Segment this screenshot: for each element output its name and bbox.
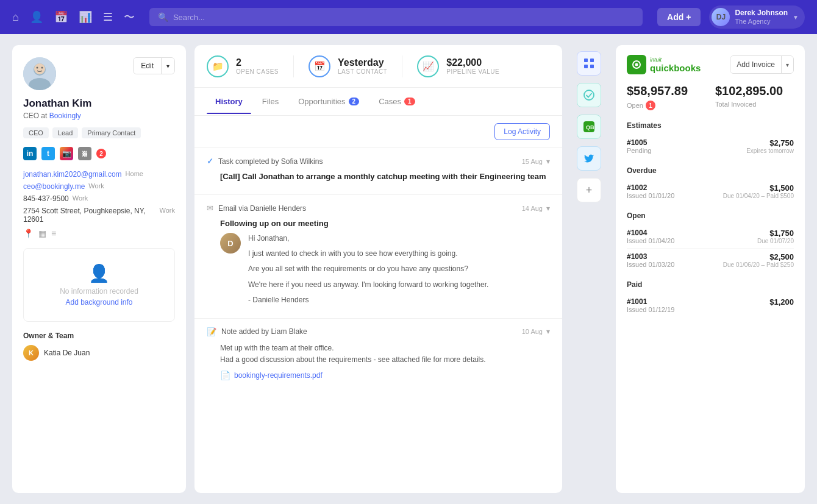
qb-icon-btn[interactable]: QB [577, 115, 601, 139]
add-invoice-label[interactable]: Add Invoice [730, 56, 782, 73]
activity-area: Log Activity ✓ Task completed by Sofia W… [194, 116, 562, 493]
edit-label[interactable]: Edit [134, 58, 162, 74]
qb-paid-section: Paid #1001 Issued 01/12/19 $1,200 [627, 280, 794, 317]
invoice-num-1002: #1002 [627, 183, 674, 192]
invoice-amount-1002: $1,500 [723, 183, 794, 193]
invoice-1001[interactable]: #1001 Issued 01/12/19 $1,200 [627, 294, 794, 317]
twitter-icon-btn[interactable] [577, 146, 601, 171]
add-background-link[interactable]: Add background info [34, 298, 165, 307]
invoice-sub-1005: Pending [627, 147, 651, 154]
person-icon: 👤 [34, 263, 165, 283]
invoice-1003[interactable]: #1003 Issued 01/03/20 $2,500 Due 01/06/2… [627, 249, 794, 272]
menu-icon[interactable]: ☰ [103, 10, 113, 24]
attachment-link[interactable]: bookingly-requirements.pdf [234, 371, 323, 380]
edit-caret-icon[interactable]: ▾ [162, 58, 174, 74]
graph-icon[interactable]: 〜 [124, 10, 135, 24]
pdf-icon: 📄 [220, 371, 230, 380]
contacts-icon[interactable]: 👤 [30, 10, 43, 24]
note-chevron-icon[interactable]: ▾ [546, 327, 550, 336]
barcode-icon[interactable]: ▦ [38, 229, 46, 238]
open-cases-value: 2 [236, 57, 279, 68]
svg-point-15 [635, 63, 638, 66]
qb-overdue-section: Overdue #1002 Issued 01/01/20 $1,500 Due… [627, 166, 794, 203]
email-home-link[interactable]: jonathan.kim2020@gmail.com [23, 170, 122, 179]
search-bar[interactable]: 🔍 [149, 8, 643, 26]
invoice-1004[interactable]: #1004 Issued 01/04/20 $1,750 Due 01/07/2… [627, 225, 794, 249]
task-body: [Call] Call Jonathan to arrange a monthl… [207, 172, 550, 181]
twitter-icon[interactable]: t [41, 147, 55, 160]
activity-panel: 📁 2 OPEN CASES 📅 Yesterday LAST CONTACT … [194, 45, 562, 493]
list-icon[interactable]: ≡ [51, 229, 56, 238]
home-icon[interactable]: ⌂ [12, 11, 19, 24]
task-chevron-icon[interactable]: ▾ [546, 157, 550, 166]
instagram-icon[interactable]: 📷 [60, 147, 73, 160]
tab-history[interactable]: History [207, 90, 251, 113]
user-caret-icon: ▼ [793, 14, 799, 21]
add-integration-btn[interactable]: + [577, 178, 601, 202]
email-home-label: Home [126, 170, 143, 179]
pipeline-value: $22,000 [446, 57, 499, 68]
calendar-icon[interactable]: 📅 [54, 10, 68, 24]
contact-title: CEO at Bookingly [23, 112, 175, 120]
email-content: D Hi Jonathan, I just wanted to check in… [220, 233, 550, 310]
qb-open-amount: $58,957.89 [627, 84, 705, 98]
address-text: 2754 Scott Street, Poughkeepsie, NY, 126… [23, 207, 156, 224]
tab-cases[interactable]: Cases 1 [370, 90, 423, 113]
user-menu[interactable]: DJ Derek Johnson The Agency ▼ [709, 5, 805, 29]
task-complete-icon: ✓ [207, 157, 213, 166]
invoice-amount-1004: $1,750 [757, 229, 794, 238]
svg-rect-9 [590, 65, 594, 68]
chain-icon[interactable]: ⛓ [78, 147, 91, 160]
note-title-row: 📝 Note added by Liam Blake [207, 327, 307, 336]
tab-opportunities[interactable]: Opportunities 2 [290, 90, 368, 113]
analytics-icon[interactable]: 📊 [79, 10, 92, 24]
linkedin-icon[interactable]: in [23, 147, 37, 160]
social-badge-count: 2 [96, 149, 106, 158]
qb-open-section: Open #1004 Issued 01/04/20 $1,750 Due 01… [627, 211, 794, 272]
email-chevron-icon[interactable]: ▾ [546, 204, 550, 213]
location-icon[interactable]: 📍 [23, 229, 34, 238]
paid-title: Paid [627, 280, 794, 289]
company-link[interactable]: Bookingly [49, 112, 81, 120]
open-title: Open [627, 211, 794, 220]
owner-name: Katia De Juan [44, 349, 90, 357]
email-work-link[interactable]: ceo@bookingly.me [23, 182, 85, 191]
social-icons: in t 📷 ⛓ 2 [23, 147, 175, 160]
add-invoice-caret-icon[interactable]: ▾ [782, 56, 793, 73]
pipeline-icon: 📈 [417, 55, 439, 77]
svg-point-4 [37, 67, 38, 69]
qb-header: intuit quickbooks Add Invoice ▾ [627, 55, 794, 74]
user-company: The Agency [735, 18, 788, 26]
tab-bar: History Files Opportunities 2 Cases 1 [194, 88, 562, 116]
phone-number: 845-437-9500 [23, 194, 69, 203]
log-activity-button[interactable]: Log Activity [494, 123, 550, 140]
invoice-1005[interactable]: #1005 Pending $2,750 Expires tomorrow [627, 135, 794, 158]
last-contact-value: Yesterday [338, 57, 387, 68]
search-input[interactable] [173, 13, 634, 22]
edit-button[interactable]: Edit ▾ [133, 57, 175, 74]
qb-total-label: Total Invoiced [715, 101, 794, 108]
background-info-box: 👤 No information recorded Add background… [23, 248, 175, 322]
tab-files[interactable]: Files [254, 90, 287, 113]
invoice-1002[interactable]: #1002 Issued 01/01/20 $1,500 Due 01/04/2… [627, 180, 794, 203]
detail-action-icons: 📍 ▦ ≡ [23, 229, 175, 238]
search-icon: 🔍 [158, 12, 168, 22]
owner-row: K Katia De Juan [23, 345, 175, 361]
stat-last-contact: 📅 Yesterday LAST CONTACT [309, 55, 402, 77]
overdue-count-badge: 1 [646, 101, 655, 110]
address-row: 2754 Scott Street, Poughkeepsie, NY, 126… [23, 207, 175, 224]
qb-logo-icon [627, 55, 646, 74]
phone-row: 845-437-9500 Work [23, 194, 175, 203]
main-container: Edit ▾ Jonathan Kim CEO at Bookingly CEO… [0, 34, 817, 504]
estimates-title: Estimates [627, 121, 794, 130]
grid-icon-btn[interactable] [577, 51, 601, 76]
email-date: 14 Aug ▾ [522, 204, 550, 213]
tag-primary-contact: Primary Contact [82, 127, 141, 138]
add-button[interactable]: Add + [657, 8, 701, 26]
overdue-title: Overdue [627, 166, 794, 175]
add-invoice-button[interactable]: Add Invoice ▾ [730, 55, 794, 74]
contact-details: jonathan.kim2020@gmail.com Home ceo@book… [23, 170, 175, 238]
check-circle-icon-btn[interactable] [577, 83, 601, 107]
top-navigation: ⌂ 👤 📅 📊 ☰ 〜 🔍 Add + DJ Derek Johnson The… [0, 0, 817, 34]
no-info-text: No information recorded [34, 287, 165, 296]
